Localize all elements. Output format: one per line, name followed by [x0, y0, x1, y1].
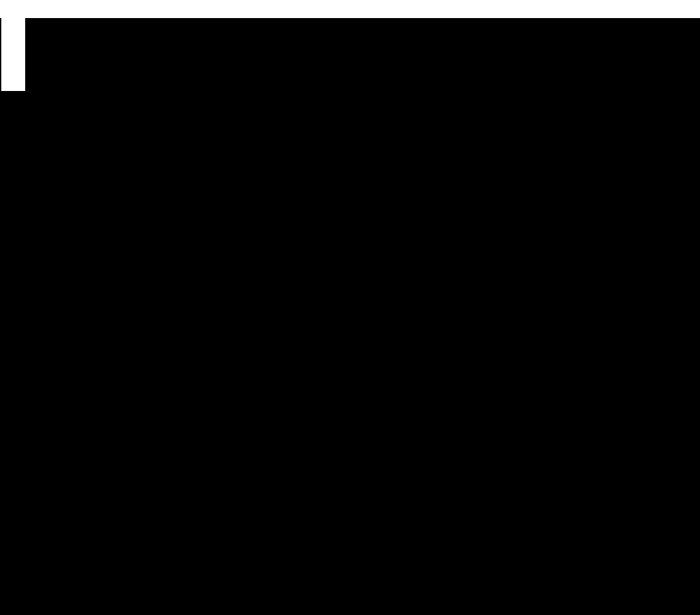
- spectrogram-app: [0, 0, 700, 615]
- frequency-ruler[interactable]: [0, 0, 700, 18]
- waterfall-display[interactable]: [0, 18, 700, 615]
